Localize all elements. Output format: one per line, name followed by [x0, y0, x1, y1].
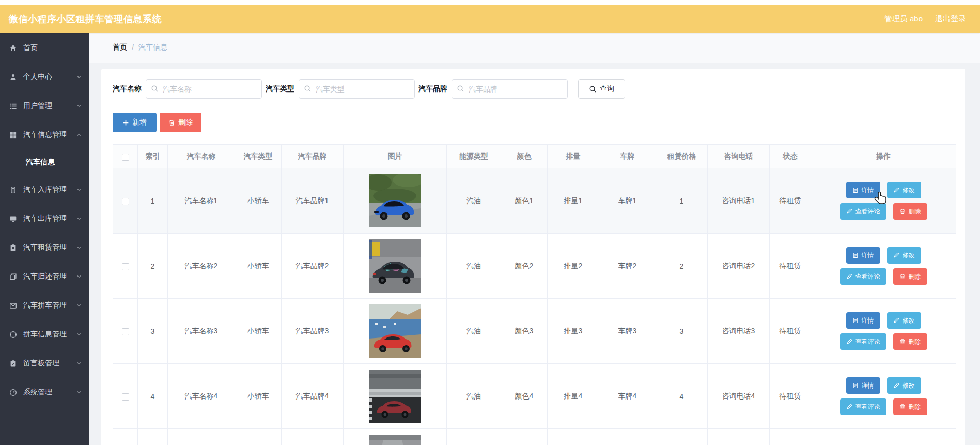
cell-color: 颜色4 [501, 364, 548, 429]
car-type-input[interactable] [299, 79, 415, 99]
chevron-down-icon [76, 103, 82, 109]
breadcrumb-separator: / [132, 43, 134, 52]
pencil-icon [846, 404, 852, 410]
cell-brand: 汽车品牌4 [282, 364, 344, 429]
edit-button[interactable]: 修改 [887, 312, 921, 329]
cell-name: 汽车名称2 [168, 234, 235, 299]
select-all-checkbox[interactable] [122, 154, 129, 161]
cell-displacement: 排量1 [548, 168, 599, 234]
view-comments-button-label: 查看评论 [855, 207, 880, 216]
chevron-down-icon [76, 389, 82, 395]
cars-table: 索引 汽车名称 汽车类型 汽车品牌 图片 能源类型 颜色 排量 车牌 租赁价格 … [113, 144, 956, 445]
header-right: 管理员 abo 退出登录 [884, 14, 966, 24]
cell-status: 待租赁 [770, 234, 811, 299]
view-comments-button[interactable]: 查看评论 [840, 398, 886, 415]
search-button[interactable]: 查询 [578, 79, 625, 99]
table-row-1: 1 汽车名称1 小轿车 汽车品牌1 [113, 168, 956, 234]
car-name-input[interactable] [146, 79, 262, 99]
row-checkbox[interactable] [122, 393, 129, 401]
cell-plate: 车牌1 [599, 168, 656, 234]
delete-button[interactable]: 删除 [893, 203, 927, 220]
view-comments-button[interactable]: 查看评论 [840, 203, 886, 220]
sidebar-item-carpool-management[interactable]: 汽车拼车管理 [0, 291, 89, 320]
search-icon [457, 85, 464, 93]
delete-button-label: 删除 [909, 272, 921, 281]
delete-button[interactable]: 删除 [893, 268, 927, 285]
cell-status: 待租赁 [770, 168, 811, 234]
cell-name: 汽车名称4 [168, 364, 235, 429]
delete-button[interactable]: 删除 [893, 333, 927, 350]
cell-energy: 汽油 [447, 234, 501, 299]
view-comments-button[interactable]: 查看评论 [840, 333, 886, 350]
car-photo-dark-wrapped-car [369, 239, 421, 293]
sidebar-item-message-board[interactable]: 留言板管理 [0, 349, 89, 378]
header-cell-actions: 操作 [811, 145, 956, 168]
cell-brand: 汽车品牌2 [282, 234, 344, 299]
detail-button[interactable]: 详情 [846, 247, 880, 264]
detail-button-label: 详情 [862, 251, 874, 260]
add-button[interactable]: 新增 [113, 113, 157, 132]
user-icon [9, 73, 17, 81]
filter-group-car-brand: 汽车品牌 [418, 79, 568, 99]
header-cell-price: 租赁价格 [656, 145, 708, 168]
header-cell-image: 图片 [344, 145, 447, 168]
cell-phone: 咨询电话4 [708, 364, 770, 429]
detail-button[interactable]: 详情 [846, 377, 880, 394]
detail-button-label: 详情 [862, 186, 874, 195]
delete-button[interactable]: 删除 [893, 398, 927, 415]
current-user-label[interactable]: 管理员 abo [884, 14, 923, 24]
detail-button[interactable]: 详情 [846, 182, 880, 198]
edit-button-label: 修改 [903, 316, 915, 325]
sidebar-item-home[interactable]: 首页 [0, 34, 89, 63]
sidebar-item-car-rental[interactable]: 汽车租赁管理 [0, 233, 89, 262]
logout-link[interactable]: 退出登录 [935, 14, 966, 24]
car-brand-input[interactable] [452, 79, 568, 99]
search-icon [151, 85, 159, 93]
row-checkbox[interactable] [122, 198, 129, 205]
sidebar-item-system-management[interactable]: 系统管理 [0, 378, 89, 407]
edit-button[interactable]: 修改 [887, 182, 921, 198]
cell-energy [447, 429, 501, 445]
header-cell-brand: 汽车品牌 [282, 145, 344, 168]
pencil-icon [846, 273, 852, 280]
toolbar: 新增 删除 [113, 113, 954, 132]
home-icon [9, 44, 17, 52]
sidebar-item-car-return[interactable]: 汽车归还管理 [0, 262, 89, 291]
sidebar-item-user-management[interactable]: 用户管理 [0, 91, 89, 120]
document-icon [852, 382, 859, 389]
sidebar-item-carpool-info[interactable]: 拼车信息管理 [0, 320, 89, 349]
app-title: 微信小程序小区租拼车管理信息系统 [9, 13, 162, 25]
table-row-4: 4 汽车名称4 小轿车 汽车品牌4 [113, 364, 956, 429]
sidebar-item-car-inbound[interactable]: 汽车入库管理 [0, 175, 89, 204]
monitor-icon [9, 215, 17, 223]
row-checkbox[interactable] [122, 328, 129, 335]
cell-phone: 咨询电话1 [708, 168, 770, 234]
sidebar-item-car-info-management[interactable]: 汽车信息管理 [0, 120, 89, 149]
sidebar-item-label: 首页 [23, 43, 82, 53]
delete-button-label: 删除 [909, 337, 921, 346]
sidebar-item-label: 留言板管理 [23, 359, 76, 368]
cell-displacement: 排量2 [548, 234, 599, 299]
edit-button-label: 修改 [903, 251, 915, 260]
sidebar-item-label: 汽车租赁管理 [23, 243, 76, 252]
chevron-down-icon [76, 360, 82, 366]
cell-energy: 汽油 [447, 299, 501, 364]
app-header: 微信小程序小区租拼车管理信息系统 管理员 abo 退出登录 [0, 5, 980, 33]
row-checkbox[interactable] [122, 263, 129, 270]
batch-delete-button[interactable]: 删除 [160, 113, 201, 132]
edit-button[interactable]: 修改 [887, 247, 921, 264]
sidebar-item-label: 汽车入库管理 [23, 185, 76, 194]
car-photo-dark-red-convertible-stormy [369, 370, 421, 423]
view-comments-button[interactable]: 查看评论 [840, 268, 886, 285]
breadcrumb-home[interactable]: 首页 [113, 43, 127, 52]
car-photo-blue-sports-car [369, 174, 421, 227]
sidebar-subitem-car-info-active[interactable]: 汽车信息 [0, 149, 89, 175]
sidebar-item-car-outbound[interactable]: 汽车出库管理 [0, 204, 89, 233]
cell-phone [708, 429, 770, 445]
edit-button-label: 修改 [903, 381, 915, 390]
cell-price: 3 [656, 299, 708, 364]
edit-button[interactable]: 修改 [887, 377, 921, 394]
detail-button[interactable]: 详情 [846, 312, 880, 329]
sidebar-item-profile[interactable]: 个人中心 [0, 63, 89, 91]
clipboard-x-icon [9, 244, 17, 252]
